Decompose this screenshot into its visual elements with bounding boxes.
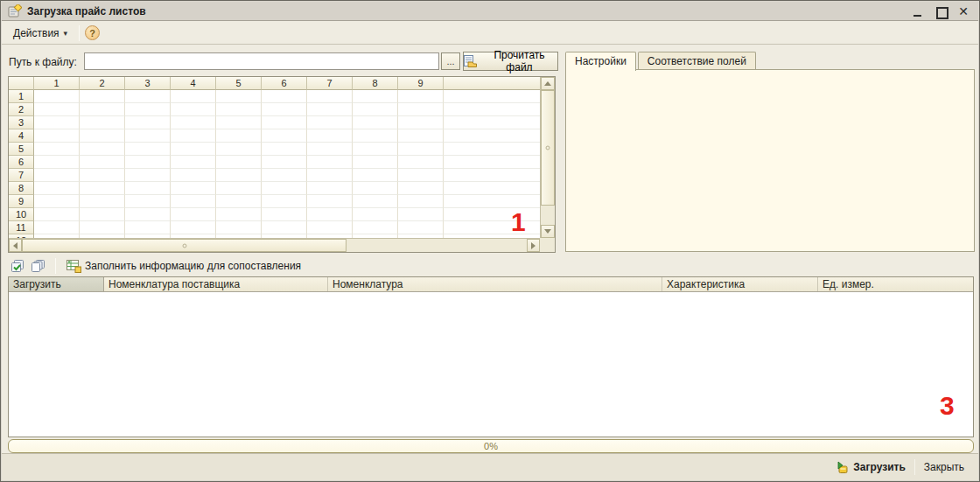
grid-cell[interactable] — [125, 156, 171, 169]
grid-cell[interactable] — [80, 221, 125, 234]
grid-cell[interactable] — [171, 221, 216, 234]
grid-column-header[interactable]: 9 — [398, 77, 444, 90]
grid-row-header[interactable]: 10 — [9, 208, 34, 221]
scroll-down-icon[interactable] — [541, 225, 555, 238]
grid-row-header[interactable]: 4 — [9, 129, 34, 143]
mapping-column-header[interactable]: Загрузить — [9, 277, 104, 291]
grid-column-header[interactable]: 7 — [307, 77, 353, 90]
grid-cell[interactable] — [80, 156, 125, 169]
grid-column-header[interactable]: 6 — [262, 77, 307, 90]
help-button[interactable]: ? — [85, 25, 100, 40]
grid-cell[interactable] — [262, 169, 307, 182]
read-file-button[interactable]: Прочитать файл — [463, 52, 558, 71]
grid-cell[interactable] — [171, 208, 216, 221]
minimize-icon[interactable] — [913, 6, 923, 17]
grid-cell[interactable] — [171, 129, 216, 143]
scroll-up-icon[interactable] — [541, 77, 555, 90]
grid-cell[interactable] — [398, 195, 444, 208]
grid-cell[interactable] — [80, 169, 125, 182]
grid-cells[interactable]: 123456789123456789101112 — [9, 77, 540, 238]
grid-cell[interactable] — [216, 221, 262, 234]
grid-row-header[interactable]: 5 — [9, 143, 34, 156]
grid-cell[interactable] — [34, 129, 80, 143]
grid-cell[interactable] — [353, 195, 398, 208]
grid-cell[interactable] — [307, 182, 353, 195]
grid-cell[interactable] — [307, 221, 353, 234]
grid-cell[interactable] — [353, 182, 398, 195]
grid-cell[interactable] — [216, 156, 262, 169]
grid-cell[interactable] — [262, 221, 307, 234]
grid-cell[interactable] — [307, 143, 353, 156]
file-path-input[interactable] — [84, 52, 439, 70]
grid-cell[interactable] — [353, 103, 398, 116]
grid-cell[interactable] — [216, 143, 262, 156]
grid-row-header[interactable]: 3 — [9, 116, 34, 129]
grid-cell[interactable] — [398, 221, 444, 234]
grid-cell[interactable] — [262, 103, 307, 116]
grid-column-header[interactable]: 2 — [80, 77, 125, 90]
grid-column-header[interactable]: 3 — [125, 77, 171, 90]
grid-cell[interactable] — [307, 195, 353, 208]
vertical-scroll-thumb[interactable] — [541, 90, 555, 206]
grid-cell[interactable] — [353, 208, 398, 221]
mapping-table[interactable]: ЗагрузитьНоменклатура поставщикаНоменкла… — [8, 276, 974, 437]
grid-cell[interactable] — [34, 195, 80, 208]
grid-cell[interactable] — [125, 143, 171, 156]
browse-button[interactable]: ... — [441, 52, 460, 70]
grid-cell[interactable] — [34, 90, 80, 103]
grid-cell[interactable] — [80, 129, 125, 143]
grid-cell[interactable] — [398, 182, 444, 195]
grid-cell[interactable] — [216, 116, 262, 129]
grid-cell[interactable] — [171, 90, 216, 103]
grid-cell[interactable] — [262, 182, 307, 195]
grid-cell[interactable] — [34, 156, 80, 169]
mapping-column-header[interactable]: Ед. измер. — [818, 277, 973, 291]
grid-cell[interactable] — [171, 103, 216, 116]
grid-cell[interactable] — [125, 208, 171, 221]
grid-cell[interactable] — [171, 116, 216, 129]
grid-cell[interactable] — [216, 129, 262, 143]
grid-corner-cell[interactable] — [9, 77, 34, 90]
grid-row-header[interactable]: 8 — [9, 182, 34, 195]
grid-cell[interactable] — [171, 143, 216, 156]
grid-cell[interactable] — [353, 90, 398, 103]
grid-cell[interactable] — [398, 156, 444, 169]
grid-cell[interactable] — [125, 90, 171, 103]
grid-cell[interactable] — [262, 156, 307, 169]
grid-cell[interactable] — [307, 90, 353, 103]
grid-cell[interactable] — [262, 195, 307, 208]
grid-cell[interactable] — [171, 169, 216, 182]
grid-cell[interactable] — [353, 143, 398, 156]
maximize-icon[interactable] — [935, 6, 946, 17]
grid-cell[interactable] — [80, 103, 125, 116]
grid-cell[interactable] — [262, 143, 307, 156]
grid-cell[interactable] — [34, 103, 80, 116]
load-button[interactable]: Загрузить — [829, 458, 912, 477]
grid-cell[interactable] — [125, 103, 171, 116]
grid-cell[interactable] — [216, 169, 262, 182]
fill-info-button[interactable]: Заполнить информацию для сопоставления — [65, 257, 303, 275]
price-sheet-grid[interactable]: 123456789123456789101112 — [8, 76, 556, 253]
grid-cell[interactable] — [307, 116, 353, 129]
grid-cell[interactable] — [80, 143, 125, 156]
grid-vertical-scrollbar[interactable] — [540, 77, 555, 238]
grid-column-header[interactable]: 8 — [353, 77, 398, 90]
grid-cell[interactable] — [80, 182, 125, 195]
mapping-column-header[interactable]: Номенклатура поставщика — [104, 277, 328, 291]
grid-cell[interactable] — [398, 208, 444, 221]
grid-cell[interactable] — [34, 169, 80, 182]
grid-cell[interactable] — [398, 90, 444, 103]
grid-cell[interactable] — [353, 129, 398, 143]
grid-horizontal-scrollbar[interactable] — [9, 238, 540, 252]
grid-row-header[interactable]: 1 — [9, 90, 34, 103]
grid-cell[interactable] — [34, 143, 80, 156]
grid-cell[interactable] — [80, 90, 125, 103]
grid-cell[interactable] — [34, 221, 80, 234]
grid-cell[interactable] — [125, 221, 171, 234]
scroll-left-icon[interactable] — [9, 239, 22, 252]
grid-row-header[interactable]: 6 — [9, 156, 34, 169]
close-button[interactable]: Закрыть — [917, 458, 971, 476]
tab-field-mapping[interactable]: Соответствие полей — [638, 52, 756, 70]
grid-cell[interactable] — [262, 90, 307, 103]
grid-cell[interactable] — [398, 116, 444, 129]
